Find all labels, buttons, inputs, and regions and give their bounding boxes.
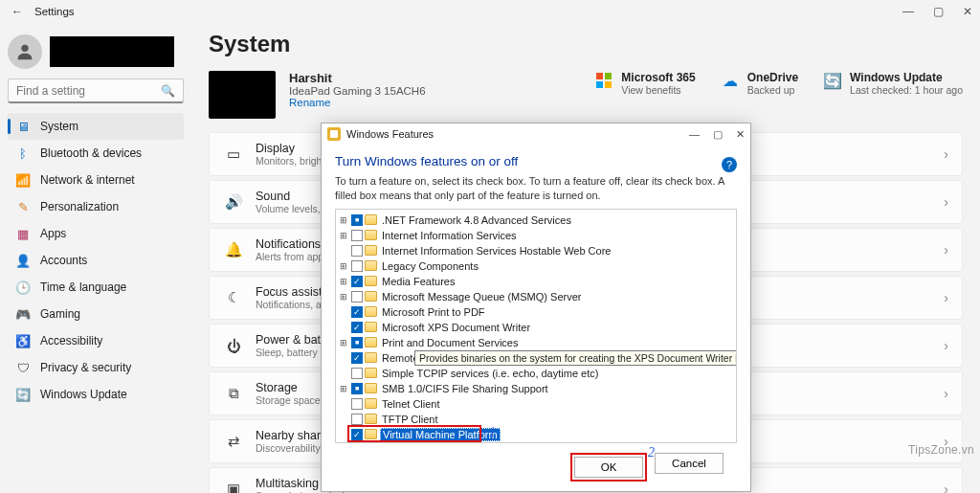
status-m365[interactable]: Microsoft 365View benefits	[594, 71, 695, 96]
sidebar-item-system[interactable]: 🖥System	[8, 113, 184, 140]
feature-item[interactable]: ⊞Print and Document Services	[338, 335, 734, 350]
close-button[interactable]: ✕	[963, 6, 972, 17]
rename-link[interactable]: Rename	[289, 97, 426, 108]
sidebar-item-accounts[interactable]: 👤Accounts	[8, 247, 184, 274]
feature-item[interactable]: Windows Hypervisor Platform	[338, 442, 734, 443]
feature-checkbox[interactable]	[351, 368, 363, 379]
feature-checkbox[interactable]	[351, 306, 363, 318]
feature-checkbox[interactable]	[351, 230, 363, 241]
sidebar-item-privacy-security[interactable]: 🛡Privacy & security	[8, 354, 184, 381]
nav-icon: ᛒ	[15, 146, 31, 161]
cancel-button[interactable]: Cancel	[655, 453, 724, 474]
svg-point-0	[21, 45, 28, 52]
feature-item[interactable]: ⊞SMB 1.0/CIFS File Sharing Support	[338, 381, 734, 396]
expand-toggle[interactable]: ⊞	[338, 231, 349, 240]
sidebar-item-gaming[interactable]: 🎮Gaming	[8, 301, 184, 327]
dialog-description: To turn a feature on, select its check b…	[335, 174, 737, 203]
search-input-wrapper[interactable]: 🔍	[8, 78, 184, 103]
help-icon[interactable]: ?	[722, 157, 737, 172]
feature-item[interactable]: Telnet Client	[338, 396, 734, 412]
nav-label: Personalization	[40, 200, 119, 213]
feature-checkbox[interactable]	[351, 291, 363, 303]
feature-item[interactable]: ⊞Media Features	[338, 274, 734, 289]
feature-checkbox[interactable]	[351, 322, 363, 333]
feature-label: Microsoft Message Queue (MSMQ) Server	[380, 291, 583, 303]
minimize-button[interactable]: —	[902, 6, 914, 17]
feature-checkbox[interactable]	[351, 214, 363, 226]
feature-label: Media Features	[380, 276, 457, 287]
expand-toggle[interactable]: ⊞	[338, 384, 349, 393]
dialog-close-button[interactable]: ✕	[736, 128, 745, 141]
status-onedrive[interactable]: ☁ OneDriveBacked up	[721, 71, 798, 96]
expand-toggle[interactable]: ⊞	[338, 261, 349, 271]
search-icon: 🔍	[161, 84, 175, 98]
feature-item[interactable]: ⊞Microsoft Message Queue (MSMQ) Server	[338, 289, 734, 304]
sidebar-item-windows-update[interactable]: 🔄Windows Update	[8, 381, 184, 408]
feature-item[interactable]: Microsoft Print to PDF	[338, 304, 734, 320]
onedrive-sub: Backed up	[747, 84, 798, 96]
feature-label: Microsoft XPS Document Writer	[380, 322, 532, 333]
feature-checkbox[interactable]	[351, 352, 363, 364]
feature-checkbox[interactable]	[351, 276, 363, 287]
setting-icon: ⧉	[223, 383, 244, 404]
sidebar-item-personalization[interactable]: ✎Personalization	[8, 193, 184, 220]
nav-list: 🖥SystemᛒBluetooth & devices📶Network & in…	[8, 113, 184, 408]
feature-item[interactable]: Microsoft XPS Document Writer	[338, 320, 734, 335]
feature-label: .NET Framework 4.8 Advanced Services	[380, 214, 573, 226]
watermark: TipsZone.vn	[908, 443, 974, 457]
feature-item[interactable]: ⊞Legacy Components	[338, 258, 734, 274]
back-button[interactable]: ←	[8, 5, 27, 18]
status-update[interactable]: 🔄 Windows UpdateLast checked: 1 hour ago	[823, 71, 963, 96]
feature-checkbox[interactable]	[351, 245, 363, 257]
update-sub: Last checked: 1 hour ago	[850, 84, 963, 96]
feature-checkbox[interactable]	[351, 414, 363, 425]
sidebar-item-apps[interactable]: ▦Apps	[8, 220, 184, 247]
setting-icon: ⏻	[223, 335, 244, 356]
feature-label: Internet Information Services	[380, 230, 519, 241]
features-tree[interactable]: ⊞.NET Framework 4.8 Advanced Services⊞In…	[335, 209, 737, 443]
feature-item[interactable]: ⊞Internet Information Services	[338, 228, 734, 243]
sidebar-item-bluetooth-devices[interactable]: ᛒBluetooth & devices	[8, 140, 184, 167]
feature-checkbox[interactable]	[351, 337, 363, 348]
feature-label: Legacy Components	[380, 260, 480, 272]
feature-label: Telnet Client	[380, 398, 442, 410]
dialog-maximize-button[interactable]: ▢	[713, 128, 723, 141]
feature-item[interactable]: ⊞.NET Framework 4.8 Advanced Services	[338, 213, 734, 228]
sidebar-item-accessibility[interactable]: ♿Accessibility	[8, 327, 184, 354]
sidebar-item-network-internet[interactable]: 📶Network & internet	[8, 167, 184, 193]
update-title: Windows Update	[850, 71, 963, 84]
chevron-right-icon: ›	[944, 482, 948, 493]
folder-icon	[365, 414, 377, 424]
feature-item[interactable]: Simple TCPIP services (i.e. echo, daytim…	[338, 366, 734, 381]
search-input[interactable]	[16, 84, 161, 98]
setting-icon: 🔊	[223, 191, 244, 213]
feature-checkbox[interactable]	[351, 383, 363, 394]
feature-checkbox[interactable]	[351, 429, 363, 440]
maximize-button[interactable]: ▢	[933, 6, 944, 17]
annotation-2: 2	[648, 445, 655, 460]
window-titlebar: ← Settings — ▢ ✕	[0, 0, 980, 23]
avatar	[8, 34, 42, 69]
feature-label: Microsoft Print to PDF	[380, 306, 487, 318]
feature-item[interactable]: TFTP Client	[338, 412, 734, 427]
expand-toggle[interactable]: ⊞	[338, 292, 349, 302]
dialog-minimize-button[interactable]: —	[689, 128, 700, 141]
expand-toggle[interactable]: ⊞	[338, 215, 349, 225]
nav-label: Time & language	[40, 280, 126, 294]
chevron-right-icon: ›	[944, 194, 948, 210]
profile-block[interactable]	[8, 34, 184, 69]
expand-toggle[interactable]: ⊞	[338, 277, 349, 286]
sidebar-item-time-language[interactable]: 🕒Time & language	[8, 274, 184, 301]
feature-checkbox[interactable]	[351, 398, 363, 410]
folder-icon	[365, 352, 377, 363]
feature-item[interactable]: Virtual Machine Platform	[338, 427, 734, 442]
ok-button[interactable]: OK	[574, 457, 643, 478]
svg-rect-4	[605, 81, 612, 88]
nav-label: Network & internet	[40, 173, 135, 187]
folder-icon	[365, 368, 377, 378]
expand-toggle[interactable]: ⊞	[338, 338, 349, 347]
nav-icon: 📶	[15, 172, 31, 188]
feature-label: Internet Information Services Hostable W…	[380, 245, 612, 257]
feature-checkbox[interactable]	[351, 260, 363, 272]
feature-item[interactable]: Internet Information Services Hostable W…	[338, 243, 734, 258]
